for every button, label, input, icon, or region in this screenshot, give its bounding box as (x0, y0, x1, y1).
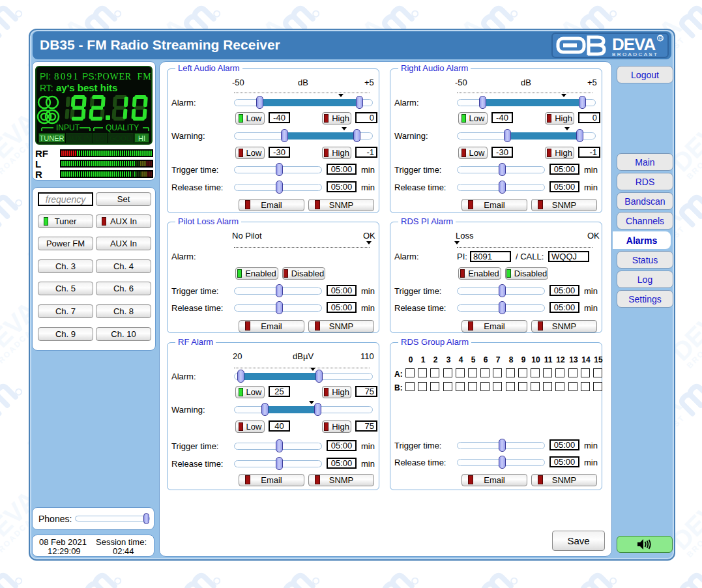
svg-text:INPUT: INPUT (56, 123, 80, 132)
svg-text:BROADCAST: BROADCAST (612, 51, 658, 57)
svg-text:QUALITY: QUALITY (106, 123, 139, 132)
svg-text:R: R (659, 36, 662, 40)
